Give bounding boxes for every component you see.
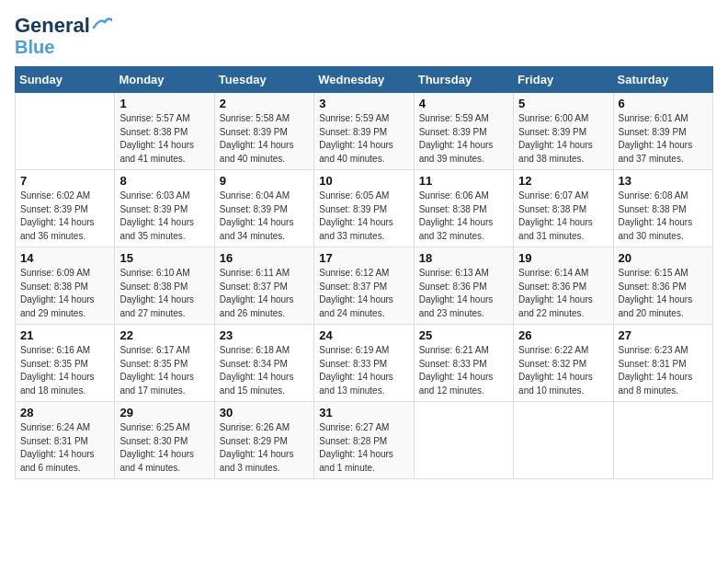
logo-bird-icon <box>92 17 112 31</box>
table-cell: 17Sunrise: 6:12 AM Sunset: 8:37 PM Dayli… <box>314 247 414 325</box>
logo: General Blue <box>15 15 112 57</box>
day-number: 27 <box>619 328 708 342</box>
day-number: 11 <box>419 174 508 188</box>
day-number: 26 <box>518 328 608 342</box>
table-cell: 15Sunrise: 6:10 AM Sunset: 8:38 PM Dayli… <box>115 247 214 325</box>
day-info: Sunrise: 6:15 AM Sunset: 8:36 PM Dayligh… <box>619 267 708 320</box>
table-cell: 6Sunrise: 6:01 AM Sunset: 8:39 PM Daylig… <box>613 93 712 170</box>
calendar-table: SundayMondayTuesdayWednesdayThursdayFrid… <box>15 66 713 479</box>
day-number: 20 <box>619 251 708 265</box>
day-info: Sunrise: 5:59 AM Sunset: 8:39 PM Dayligh… <box>419 112 508 166</box>
day-number: 22 <box>119 328 209 342</box>
day-number: 9 <box>220 174 309 188</box>
day-number: 17 <box>319 251 408 265</box>
day-info: Sunrise: 6:08 AM Sunset: 8:38 PM Dayligh… <box>619 190 708 243</box>
day-info: Sunrise: 6:07 AM Sunset: 8:38 PM Dayligh… <box>518 190 608 243</box>
day-info: Sunrise: 6:09 AM Sunset: 8:38 PM Dayligh… <box>20 267 109 320</box>
day-number: 30 <box>220 406 309 419</box>
day-info: Sunrise: 6:05 AM Sunset: 8:39 PM Dayligh… <box>319 190 408 243</box>
day-info: Sunrise: 6:23 AM Sunset: 8:31 PM Dayligh… <box>619 344 708 397</box>
day-number: 3 <box>319 97 408 110</box>
day-info: Sunrise: 5:59 AM Sunset: 8:39 PM Dayligh… <box>319 112 408 166</box>
day-info: Sunrise: 6:04 AM Sunset: 8:39 PM Dayligh… <box>220 190 309 243</box>
table-cell: 31Sunrise: 6:27 AM Sunset: 8:28 PM Dayli… <box>314 402 414 479</box>
day-info: Sunrise: 6:19 AM Sunset: 8:33 PM Dayligh… <box>319 344 408 397</box>
table-cell: 1Sunrise: 5:57 AM Sunset: 8:38 PM Daylig… <box>115 93 214 170</box>
day-info: Sunrise: 6:00 AM Sunset: 8:39 PM Dayligh… <box>518 112 608 166</box>
table-cell <box>16 93 115 170</box>
day-number: 4 <box>419 97 508 110</box>
day-info: Sunrise: 6:26 AM Sunset: 8:29 PM Dayligh… <box>220 421 309 475</box>
logo-text-blue: Blue <box>15 37 54 57</box>
table-cell: 26Sunrise: 6:22 AM Sunset: 8:32 PM Dayli… <box>514 325 613 402</box>
page-header: General Blue <box>15 15 713 57</box>
table-cell: 16Sunrise: 6:11 AM Sunset: 8:37 PM Dayli… <box>214 247 313 325</box>
col-header-tuesday: Tuesday <box>214 67 313 93</box>
day-number: 10 <box>319 174 408 188</box>
day-number: 29 <box>119 406 209 419</box>
day-number: 21 <box>20 328 109 342</box>
table-cell: 8Sunrise: 6:03 AM Sunset: 8:39 PM Daylig… <box>115 170 214 247</box>
day-number: 19 <box>518 251 608 265</box>
table-cell <box>613 402 712 479</box>
table-cell: 11Sunrise: 6:06 AM Sunset: 8:38 PM Dayli… <box>414 170 513 247</box>
day-info: Sunrise: 6:01 AM Sunset: 8:39 PM Dayligh… <box>619 112 708 166</box>
day-number: 14 <box>20 251 109 265</box>
day-number: 28 <box>20 406 109 419</box>
table-cell: 30Sunrise: 6:26 AM Sunset: 8:29 PM Dayli… <box>214 402 313 479</box>
table-cell: 9Sunrise: 6:04 AM Sunset: 8:39 PM Daylig… <box>214 170 313 247</box>
day-number: 24 <box>319 328 408 342</box>
day-info: Sunrise: 6:16 AM Sunset: 8:35 PM Dayligh… <box>20 344 109 397</box>
table-cell: 14Sunrise: 6:09 AM Sunset: 8:38 PM Dayli… <box>16 247 115 325</box>
day-number: 25 <box>419 328 508 342</box>
day-info: Sunrise: 6:10 AM Sunset: 8:38 PM Dayligh… <box>119 267 209 320</box>
table-cell: 2Sunrise: 5:58 AM Sunset: 8:39 PM Daylig… <box>214 93 313 170</box>
day-info: Sunrise: 6:14 AM Sunset: 8:36 PM Dayligh… <box>518 267 608 320</box>
table-cell: 28Sunrise: 6:24 AM Sunset: 8:31 PM Dayli… <box>16 402 115 479</box>
day-info: Sunrise: 6:27 AM Sunset: 8:28 PM Dayligh… <box>319 421 408 475</box>
day-number: 8 <box>119 174 209 188</box>
day-number: 12 <box>518 174 608 188</box>
table-cell: 29Sunrise: 6:25 AM Sunset: 8:30 PM Dayli… <box>115 402 214 479</box>
col-header-monday: Monday <box>115 67 214 93</box>
table-cell: 10Sunrise: 6:05 AM Sunset: 8:39 PM Dayli… <box>314 170 414 247</box>
table-cell: 20Sunrise: 6:15 AM Sunset: 8:36 PM Dayli… <box>613 247 712 325</box>
day-info: Sunrise: 6:18 AM Sunset: 8:34 PM Dayligh… <box>220 344 309 397</box>
day-info: Sunrise: 6:25 AM Sunset: 8:30 PM Dayligh… <box>119 421 209 475</box>
table-cell: 13Sunrise: 6:08 AM Sunset: 8:38 PM Dayli… <box>613 170 712 247</box>
day-info: Sunrise: 5:58 AM Sunset: 8:39 PM Dayligh… <box>220 112 309 166</box>
table-cell: 5Sunrise: 6:00 AM Sunset: 8:39 PM Daylig… <box>514 93 613 170</box>
table-cell: 12Sunrise: 6:07 AM Sunset: 8:38 PM Dayli… <box>514 170 613 247</box>
col-header-friday: Friday <box>514 67 613 93</box>
table-cell: 27Sunrise: 6:23 AM Sunset: 8:31 PM Dayli… <box>613 325 712 402</box>
table-cell: 24Sunrise: 6:19 AM Sunset: 8:33 PM Dayli… <box>314 325 414 402</box>
table-cell: 25Sunrise: 6:21 AM Sunset: 8:33 PM Dayli… <box>414 325 513 402</box>
table-cell: 22Sunrise: 6:17 AM Sunset: 8:35 PM Dayli… <box>115 325 214 402</box>
day-number: 13 <box>619 174 708 188</box>
col-header-sunday: Sunday <box>16 67 115 93</box>
logo-text-general: General <box>15 15 90 37</box>
day-number: 18 <box>419 251 508 265</box>
day-info: Sunrise: 5:57 AM Sunset: 8:38 PM Dayligh… <box>119 112 209 166</box>
table-cell: 21Sunrise: 6:16 AM Sunset: 8:35 PM Dayli… <box>16 325 115 402</box>
day-number: 7 <box>20 174 109 188</box>
col-header-thursday: Thursday <box>414 67 513 93</box>
col-header-wednesday: Wednesday <box>314 67 414 93</box>
day-info: Sunrise: 6:02 AM Sunset: 8:39 PM Dayligh… <box>20 190 109 243</box>
day-info: Sunrise: 6:12 AM Sunset: 8:37 PM Dayligh… <box>319 267 408 320</box>
col-header-saturday: Saturday <box>613 67 712 93</box>
day-info: Sunrise: 6:22 AM Sunset: 8:32 PM Dayligh… <box>518 344 608 397</box>
day-info: Sunrise: 6:21 AM Sunset: 8:33 PM Dayligh… <box>419 344 508 397</box>
day-number: 2 <box>220 97 309 110</box>
day-number: 15 <box>119 251 209 265</box>
day-info: Sunrise: 6:24 AM Sunset: 8:31 PM Dayligh… <box>20 421 109 475</box>
day-info: Sunrise: 6:17 AM Sunset: 8:35 PM Dayligh… <box>119 344 209 397</box>
table-cell: 23Sunrise: 6:18 AM Sunset: 8:34 PM Dayli… <box>214 325 313 402</box>
day-number: 5 <box>518 97 608 110</box>
table-cell: 7Sunrise: 6:02 AM Sunset: 8:39 PM Daylig… <box>16 170 115 247</box>
table-cell: 4Sunrise: 5:59 AM Sunset: 8:39 PM Daylig… <box>414 93 513 170</box>
day-info: Sunrise: 6:11 AM Sunset: 8:37 PM Dayligh… <box>220 267 309 320</box>
table-cell: 18Sunrise: 6:13 AM Sunset: 8:36 PM Dayli… <box>414 247 513 325</box>
table-cell <box>514 402 613 479</box>
day-number: 16 <box>220 251 309 265</box>
